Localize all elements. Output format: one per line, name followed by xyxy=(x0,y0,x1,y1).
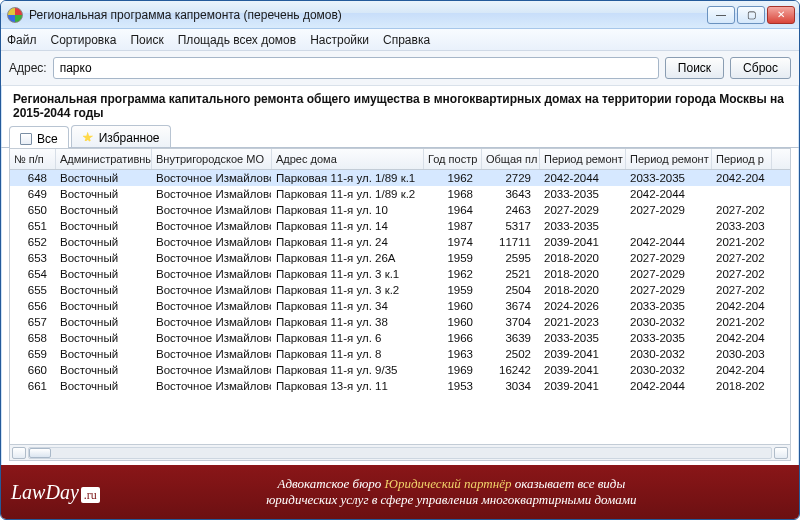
col-year[interactable]: Год постр xyxy=(424,149,482,169)
table-cell: 655 xyxy=(10,282,56,298)
table-row[interactable]: 658ВосточныйВосточное ИзмайловоПарковая … xyxy=(10,330,790,346)
col-mo[interactable]: Внутригородское МО xyxy=(152,149,272,169)
tab-favorites[interactable]: Избранное xyxy=(71,125,171,147)
table-cell: Восточное Измайлово xyxy=(152,378,272,394)
table-row[interactable]: 652ВосточныйВосточное ИзмайловоПарковая … xyxy=(10,234,790,250)
table-cell: 1959 xyxy=(424,250,482,266)
table-cell: 1963 xyxy=(424,346,482,362)
banner-logo-suffix: .ru xyxy=(81,487,100,503)
app-icon xyxy=(7,7,23,23)
maximize-button[interactable]: ▢ xyxy=(737,6,765,24)
table-cell: Восточный xyxy=(56,170,152,186)
col-p2[interactable]: Период ремонт xyxy=(626,149,712,169)
table-cell: 2039-2041 xyxy=(540,362,626,378)
table-cell: 2033-203 xyxy=(712,218,772,234)
table-row[interactable]: 653ВосточныйВосточное ИзмайловоПарковая … xyxy=(10,250,790,266)
table-cell: Парковая 11-я ул. 24 xyxy=(272,234,424,250)
table-cell xyxy=(626,218,712,234)
table-cell: 2521 xyxy=(482,266,540,282)
ad-banner[interactable]: LawDay.ru Адвокатское бюро Юридический п… xyxy=(1,465,799,519)
scroll-thumb[interactable] xyxy=(29,448,51,458)
table-cell: 1966 xyxy=(424,330,482,346)
table-cell: Парковая 11-я ул. 38 xyxy=(272,314,424,330)
scroll-right-arrow-icon[interactable] xyxy=(774,447,788,459)
table-cell: 2027-2029 xyxy=(626,266,712,282)
horizontal-scrollbar[interactable] xyxy=(10,444,790,460)
table-body[interactable]: 648ВосточныйВосточное ИзмайловоПарковая … xyxy=(10,170,790,444)
table-cell: Парковая 11-я ул. 3 к.1 xyxy=(272,266,424,282)
table-row[interactable]: 655ВосточныйВосточное ИзмайловоПарковая … xyxy=(10,282,790,298)
table-cell: 649 xyxy=(10,186,56,202)
table-cell: 2502 xyxy=(482,346,540,362)
table-row[interactable]: 649ВосточныйВосточное ИзмайловоПарковая … xyxy=(10,186,790,202)
app-window: Региональная программа капремонта (переч… xyxy=(0,0,800,520)
table-cell: 2033-2035 xyxy=(540,218,626,234)
table-cell: 2042-2044 xyxy=(540,170,626,186)
table-row[interactable]: 660ВосточныйВосточное ИзмайловоПарковая … xyxy=(10,362,790,378)
page-heading: Региональная программа капитального ремо… xyxy=(1,86,799,124)
window-title: Региональная программа капремонта (переч… xyxy=(29,8,707,22)
table-row[interactable]: 654ВосточныйВосточное ИзмайловоПарковая … xyxy=(10,266,790,282)
col-addr[interactable]: Адрес дома xyxy=(272,149,424,169)
address-input[interactable] xyxy=(53,57,659,79)
table-row[interactable]: 656ВосточныйВосточное ИзмайловоПарковая … xyxy=(10,298,790,314)
table-row[interactable]: 659ВосточныйВосточное ИзмайловоПарковая … xyxy=(10,346,790,362)
tab-all[interactable]: Все xyxy=(9,126,69,148)
col-p3[interactable]: Период р xyxy=(712,149,772,169)
table-cell: Восточное Измайлово xyxy=(152,330,272,346)
table-cell: Восточное Измайлово xyxy=(152,314,272,330)
banner-logo: LawDay.ru xyxy=(11,481,100,504)
table-cell: 653 xyxy=(10,250,56,266)
table-cell xyxy=(712,186,772,202)
table-cell: 1968 xyxy=(424,186,482,202)
col-idx[interactable]: № п/п xyxy=(10,149,56,169)
table-cell: 3034 xyxy=(482,378,540,394)
table-cell: Восточное Измайлово xyxy=(152,234,272,250)
minimize-button[interactable]: — xyxy=(707,6,735,24)
table-cell: Парковая 11-я ул. 9/35 xyxy=(272,362,424,378)
menu-file[interactable]: Файл xyxy=(7,33,37,47)
table-cell: 2042-204 xyxy=(712,330,772,346)
col-p1[interactable]: Период ремонт xyxy=(540,149,626,169)
table-row[interactable]: 661ВосточныйВосточное ИзмайловоПарковая … xyxy=(10,378,790,394)
search-button[interactable]: Поиск xyxy=(665,57,724,79)
menu-help[interactable]: Справка xyxy=(383,33,430,47)
menu-sort[interactable]: Сортировка xyxy=(51,33,117,47)
table-row[interactable]: 648ВосточныйВосточное ИзмайловоПарковая … xyxy=(10,170,790,186)
table-cell: 1974 xyxy=(424,234,482,250)
table-cell: Восточное Измайлово xyxy=(152,218,272,234)
table-cell: 2027-2029 xyxy=(626,250,712,266)
scroll-left-arrow-icon[interactable] xyxy=(12,447,26,459)
table-row[interactable]: 650ВосточныйВосточное ИзмайловоПарковая … xyxy=(10,202,790,218)
table-cell: 659 xyxy=(10,346,56,362)
table-row[interactable]: 651ВосточныйВосточное ИзмайловоПарковая … xyxy=(10,218,790,234)
scroll-track[interactable] xyxy=(28,447,772,459)
menu-area[interactable]: Площадь всех домов xyxy=(178,33,297,47)
banner-logo-main: LawDay xyxy=(11,481,79,503)
close-button[interactable]: ✕ xyxy=(767,6,795,24)
menu-settings[interactable]: Настройки xyxy=(310,33,369,47)
address-bar: Адрес: Поиск Сброс xyxy=(1,51,799,86)
table-cell: 2027-2029 xyxy=(540,202,626,218)
col-area[interactable]: Общая пл xyxy=(482,149,540,169)
table-cell: 2027-202 xyxy=(712,202,772,218)
reset-button[interactable]: Сброс xyxy=(730,57,791,79)
table-cell: 3643 xyxy=(482,186,540,202)
table-cell: Парковая 11-я ул. 34 xyxy=(272,298,424,314)
table-cell: 3674 xyxy=(482,298,540,314)
table-row[interactable]: 657ВосточныйВосточное ИзмайловоПарковая … xyxy=(10,314,790,330)
table-cell: 2039-2041 xyxy=(540,346,626,362)
table-cell: 2030-2032 xyxy=(626,346,712,362)
col-district[interactable]: Административный xyxy=(56,149,152,169)
table-cell: 2033-2035 xyxy=(540,186,626,202)
table-cell: Восточный xyxy=(56,234,152,250)
table-cell: 2042-2044 xyxy=(626,186,712,202)
table-cell: 2021-202 xyxy=(712,314,772,330)
table-cell: Парковая 11-я ул. 10 xyxy=(272,202,424,218)
tabs: Все Избранное xyxy=(1,124,799,148)
data-table: № п/п Административный Внутригородское М… xyxy=(9,148,791,461)
menu-search[interactable]: Поиск xyxy=(130,33,163,47)
table-header[interactable]: № п/п Административный Внутригородское М… xyxy=(10,149,790,170)
table-cell: Восточный xyxy=(56,362,152,378)
titlebar[interactable]: Региональная программа капремонта (переч… xyxy=(1,1,799,29)
